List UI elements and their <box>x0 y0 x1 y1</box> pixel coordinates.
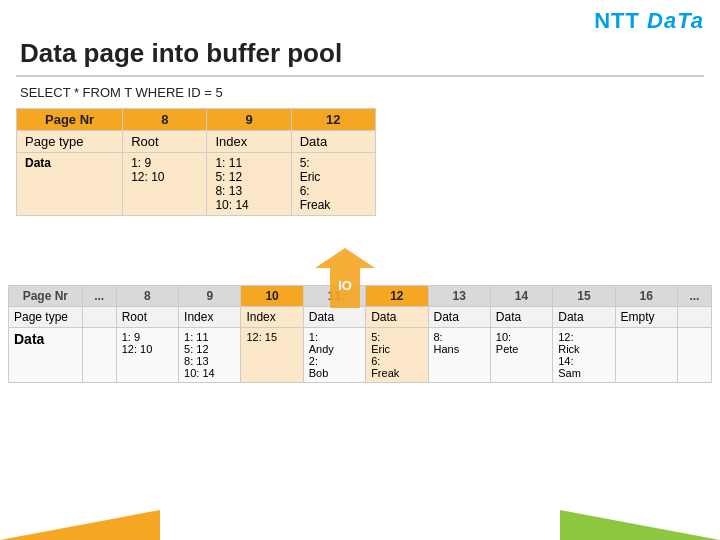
bot-data-13: 8: Hans <box>428 328 490 383</box>
bot-header-13: 13 <box>428 286 490 307</box>
green-triangle <box>560 510 720 540</box>
top-pagetype-9: Index <box>207 131 291 153</box>
bot-header-10: 10 <box>241 286 303 307</box>
top-header-12: 12 <box>291 109 375 131</box>
bot-pagetype-10: Index <box>241 307 303 328</box>
bot-pagetype-ellipsis2 <box>677 307 711 328</box>
bot-header-16: 16 <box>615 286 677 307</box>
bot-data-10: 12: 15 <box>241 328 303 383</box>
bot-pagetype-11: Data <box>303 307 365 328</box>
bot-header-pagenr: Page Nr <box>9 286 83 307</box>
bot-data-ellipsis2 <box>677 328 711 383</box>
bot-pagetype-14: Data <box>490 307 552 328</box>
bot-pagetype-15: Data <box>553 307 615 328</box>
bot-data-15: 12: Rick 14: Sam <box>553 328 615 383</box>
top-pagetype-12: Data <box>291 131 375 153</box>
top-data-12: 5: Eric 6: Freak <box>291 153 375 216</box>
top-header-8: 8 <box>123 109 207 131</box>
top-header-9: 9 <box>207 109 291 131</box>
top-pagetype-8: Root <box>123 131 207 153</box>
orange-triangle <box>0 510 160 540</box>
bot-data-ellipsis <box>82 328 116 383</box>
top-pagetype-label: Page type <box>17 131 123 153</box>
bot-data-12: 5: Eric 6: Freak <box>366 328 428 383</box>
io-arrow: IO <box>315 248 375 308</box>
sql-statement: SELECT * FROM T WHERE ID = 5 <box>20 85 223 100</box>
bot-row-pagetype: Page type Root Index Index Data Data Dat… <box>9 307 712 328</box>
bot-header-ellipsis1: ... <box>82 286 116 307</box>
bot-pagetype-9: Index <box>179 307 241 328</box>
bot-pagetype-12: Data <box>366 307 428 328</box>
bot-data-9: 1: 11 5: 12 8: 13 10: 14 <box>179 328 241 383</box>
bot-pagetype-13: Data <box>428 307 490 328</box>
bot-header-9: 9 <box>179 286 241 307</box>
bot-data-label: Data <box>9 328 83 383</box>
top-data-label: Data <box>17 153 123 216</box>
bottom-decoration <box>0 510 720 540</box>
bot-header-ellipsis2: ... <box>677 286 711 307</box>
bot-pagetype-16: Empty <box>615 307 677 328</box>
top-data-9: 1: 11 5: 12 8: 13 10: 14 <box>207 153 291 216</box>
top-data-8: 1: 9 12: 10 <box>123 153 207 216</box>
bot-header-14: 14 <box>490 286 552 307</box>
top-row-pagetype: Page type Root Index Data <box>17 131 376 153</box>
bot-row-data: Data 1: 9 12: 10 1: 11 5: 12 8: 13 10: 1… <box>9 328 712 383</box>
ntt-data-logo: NTT DaTa <box>594 8 704 34</box>
bot-header-8: 8 <box>116 286 178 307</box>
bot-pagetype-ellipsis <box>82 307 116 328</box>
bot-data-14: 10: Pete <box>490 328 552 383</box>
bot-data-8: 1: 9 12: 10 <box>116 328 178 383</box>
top-header-pagenr: Page Nr <box>17 109 123 131</box>
bot-data-11: 1: Andy 2: Bob <box>303 328 365 383</box>
bot-data-16 <box>615 328 677 383</box>
svg-text:IO: IO <box>338 278 352 293</box>
title-divider <box>16 75 704 77</box>
bot-pagetype-8: Root <box>116 307 178 328</box>
buffer-pool-table: Page Nr 8 9 12 Page type Root Index Data… <box>16 108 376 216</box>
top-row-data: Data 1: 9 12: 10 1: 11 5: 12 8: 13 10: 1… <box>17 153 376 216</box>
bot-pagetype-label: Page type <box>9 307 83 328</box>
bot-header-15: 15 <box>553 286 615 307</box>
page-title: Data page into buffer pool <box>20 38 342 69</box>
